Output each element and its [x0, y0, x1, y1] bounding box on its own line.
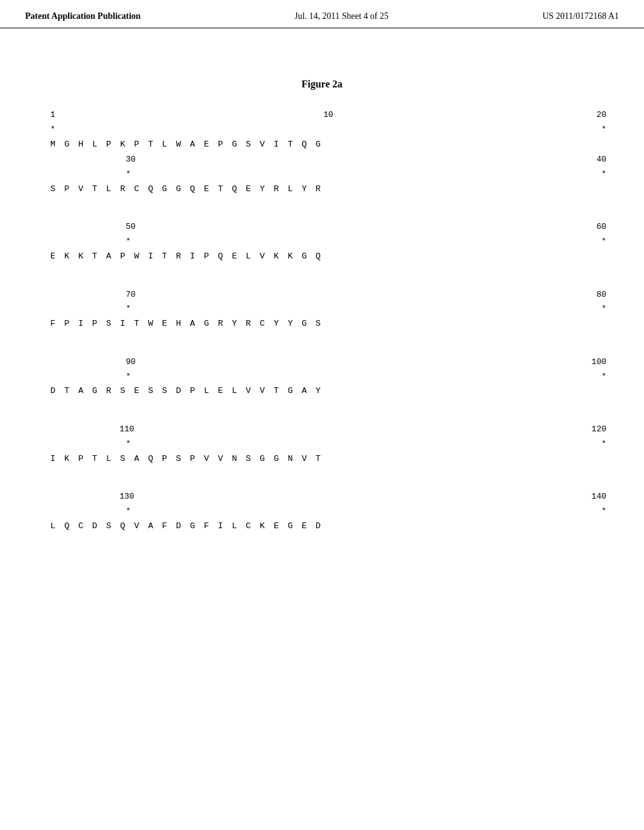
header-patent-number: US 2011/0172168 A1 [542, 11, 619, 21]
num-1: 1 [50, 109, 69, 122]
star-pos110: * [126, 438, 131, 451]
num-50: 50 [126, 221, 136, 234]
num-100: 100 [592, 356, 606, 369]
seq-block-3: 70 80 * * F P I P S I T W E H A G R Y R … [50, 289, 606, 331]
header-date-sheet: Jul. 14, 2011 Sheet 4 of 25 [294, 11, 389, 21]
num-30: 30 [126, 153, 136, 167]
star-pos60: * [601, 235, 606, 248]
seq-block-2: 50 60 * * E K K T A P W I T R I P Q E L … [50, 221, 606, 263]
header-publication-label: Patent Application Publication [25, 11, 141, 21]
num-140: 140 [592, 490, 606, 504]
seq-line-1-20: M G H L P K P T L W A E P G S V I T Q G [50, 138, 606, 152]
seq-line-41-60: E K K T A P W I T R I P Q E L V K K G Q [50, 250, 606, 263]
num-110: 110 [119, 423, 134, 436]
num-130: 130 [119, 490, 134, 504]
star-pos20: * [587, 123, 606, 136]
num-10: 10 [316, 109, 341, 122]
num-20: 20 [587, 109, 606, 122]
seq-line-61-80: F P I P S I T W E H A G R Y R C Y Y G S [50, 317, 606, 331]
star-pos80: * [601, 302, 606, 316]
star-pos140: * [601, 505, 606, 518]
star-pos130: * [126, 505, 131, 518]
num-120: 120 [592, 423, 606, 436]
num-80: 80 [596, 289, 606, 302]
seq-line-121-140: L Q C D S Q V A F D G F I L C K E G E D [50, 519, 606, 533]
page-header: Patent Application Publication Jul. 14, … [0, 0, 644, 28]
seq-line-101-120: I K P T L S A Q P S P V V N S G G N V T [50, 452, 606, 466]
star-pos100: * [601, 370, 606, 384]
star-pos1: * [50, 123, 69, 136]
num-40: 40 [596, 153, 606, 167]
sequence-container: 1 10 20 * * M G H L P K P T L W A E P G … [38, 109, 606, 533]
star-pos70: * [126, 302, 131, 316]
seq-block-4: 90 100 * * D T A G R S E S S D P L E L V… [50, 356, 606, 398]
num-70: 70 [126, 289, 136, 302]
star-pos40: * [601, 168, 606, 181]
star-pos50: * [126, 235, 131, 248]
seq-line-21-40: S P V T L R C Q G G Q E T Q E Y R L Y R [50, 182, 606, 196]
num-90: 90 [126, 356, 136, 369]
star-pos120: * [601, 438, 606, 451]
main-content: Figure 2a 1 10 20 * * M G H L P K P T L … [0, 28, 644, 570]
seq-block-1: 1 10 20 * * M G H L P K P T L W A E P G … [50, 109, 606, 196]
figure-title: Figure 2a [38, 79, 606, 90]
star-pos30: * [126, 168, 131, 181]
star-pos90: * [126, 370, 131, 384]
seq-block-6: 130 140 * * L Q C D S Q V A F D G F I L … [50, 490, 606, 533]
seq-block-5: 110 120 * * I K P T L S A Q P S P V V N … [50, 423, 606, 465]
seq-line-81-100: D T A G R S E S S D P L E L V V T G A Y [50, 384, 606, 398]
num-60: 60 [596, 221, 606, 234]
